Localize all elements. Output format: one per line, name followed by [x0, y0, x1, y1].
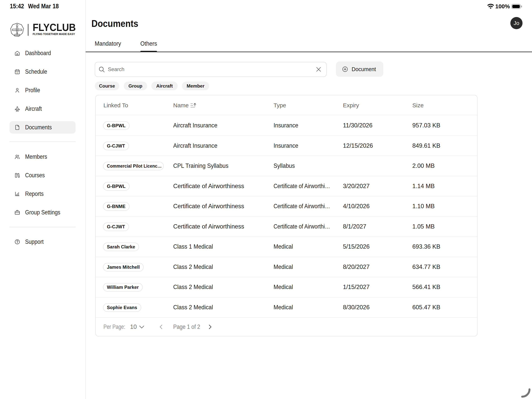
svg-text:12: 12 [16, 72, 18, 74]
svg-text:100%: 100% [495, 3, 510, 9]
